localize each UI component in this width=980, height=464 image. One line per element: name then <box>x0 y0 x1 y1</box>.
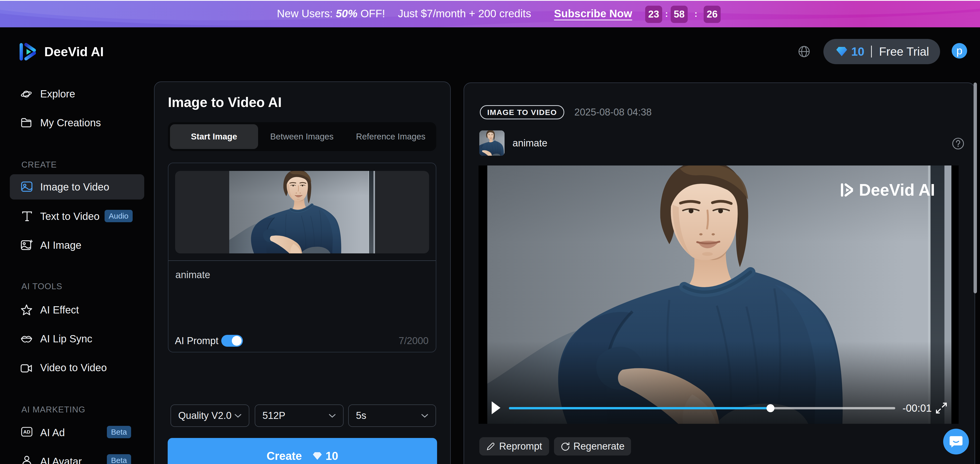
svg-text:AD: AD <box>23 429 30 435</box>
